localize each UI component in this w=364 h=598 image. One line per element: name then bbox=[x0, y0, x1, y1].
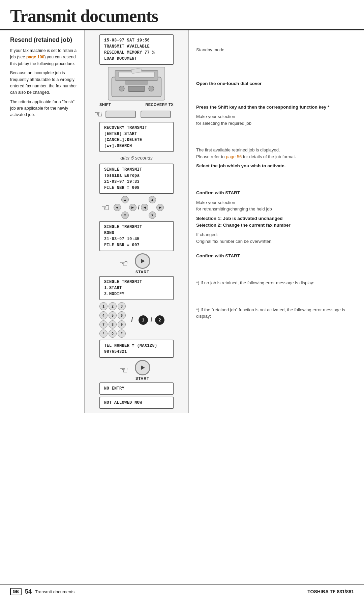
svg-marker-8 bbox=[141, 259, 145, 263]
start-label-1: START bbox=[135, 270, 149, 274]
lcd5-line3: 2.MODIFY bbox=[104, 291, 169, 297]
svg-rect-6 bbox=[128, 86, 145, 92]
num-btn-hash[interactable]: # bbox=[118, 330, 126, 338]
arrow-keys-row: ☞ ▲ ◀ ▶ ▼ / ▲ bbox=[88, 196, 185, 219]
lcd-standby: 15-03-97 SAT 19:56 TRANSMIT AVAILABLE RE… bbox=[99, 34, 174, 65]
right-column: Standby mode Open the one-touch dial cov… bbox=[189, 30, 364, 413]
lcd1-line4: LOAD DOCUMENT bbox=[104, 56, 169, 62]
left-para-3: The criteria applicable for a "fresh" jo… bbox=[10, 99, 78, 118]
footer-badge: GB bbox=[10, 588, 22, 595]
arrow-pad-2: ▲ ◀ ▶ ▼ bbox=[141, 196, 164, 219]
right-make-selection-2: Make your selectionfor retransmitting/ch… bbox=[196, 199, 358, 212]
arrow-up-2[interactable]: ▲ bbox=[149, 196, 156, 203]
arrow-empty-2tl bbox=[141, 196, 148, 203]
svg-rect-3 bbox=[125, 80, 148, 84]
footer-section-title: Transmit documents bbox=[35, 589, 74, 594]
right-if-changed: If changed:Original fax number can be ov… bbox=[196, 231, 358, 245]
arrow-up-1[interactable]: ▲ bbox=[121, 196, 129, 203]
arrow-left-1[interactable]: ◀ bbox=[114, 204, 121, 211]
arrow-down-1[interactable]: ▼ bbox=[121, 211, 129, 219]
lcd1-line1: 15-03-97 SAT 19:56 bbox=[104, 37, 169, 44]
hand-icon-4: ☞ bbox=[120, 365, 128, 376]
right-selection-1-2: Selection 1: Job is activated unchangedS… bbox=[196, 215, 358, 229]
lcd6-line2: 987654321 bbox=[104, 349, 169, 355]
lcd4-line4: FILE NBR = 007 bbox=[104, 242, 169, 248]
hand-pointer-1: ☞ bbox=[94, 109, 169, 120]
start-label-2: START bbox=[135, 376, 149, 380]
lcd-no-entry: NO ENTRY bbox=[99, 382, 174, 395]
arrow-center-1 bbox=[121, 204, 129, 211]
left-column: Resend (retained job) If your fax machin… bbox=[0, 30, 84, 413]
lcd-not-allowed: NOT ALLOWED NOW bbox=[99, 397, 174, 409]
num-btn-3[interactable]: 3 bbox=[118, 302, 126, 310]
fax-machine-image bbox=[108, 67, 165, 101]
start-button-1[interactable] bbox=[135, 253, 150, 269]
num-btn-8[interactable]: 8 bbox=[109, 320, 117, 329]
start-button-2-wrap: START bbox=[135, 360, 150, 380]
num-btn-large-2[interactable]: 2 bbox=[155, 315, 164, 325]
arrow-right-2[interactable]: ▶ bbox=[156, 204, 164, 211]
num-btn-0[interactable]: 0 bbox=[109, 330, 117, 338]
lcd5-line1: SINGLE TRANSMIT bbox=[104, 279, 169, 285]
arrow-empty-2tr bbox=[156, 196, 164, 203]
lcd-single-transmit-bond: SINGLE TRANSMIT BOND 21-03-97 19:45 FILE… bbox=[99, 221, 174, 251]
shift-label: SHIFT bbox=[99, 103, 111, 107]
arrow-right-1[interactable]: ▶ bbox=[129, 204, 136, 211]
arrow-empty-br bbox=[129, 211, 136, 219]
num-slash-2: / bbox=[151, 316, 153, 324]
center-column: 15-03-97 SAT 19:56 TRANSMIT AVAILABLE RE… bbox=[84, 30, 189, 413]
slash-1: / bbox=[138, 204, 140, 211]
svg-point-5 bbox=[149, 86, 154, 91]
key-labels-row: SHIFT RECOVERY TX bbox=[99, 103, 174, 107]
lcd-single-transmit-1: SINGLE TRANSMIT Toshiba Europa 21-03-97 … bbox=[99, 164, 174, 194]
hand-icon-2: ☞ bbox=[101, 202, 110, 213]
lcd2-line3: [CANCEL]:DELETE bbox=[104, 137, 169, 143]
right-footnote-1: *) If no job is retained, the following … bbox=[196, 280, 358, 286]
num-btn-9[interactable]: 9 bbox=[118, 320, 126, 329]
fax-machine-svg bbox=[109, 67, 164, 101]
arrow-empty-tl bbox=[114, 196, 121, 203]
right-press-shift: Press the Shift key and then the corresp… bbox=[196, 104, 358, 111]
lcd3-line4: FILE NBR = 008 bbox=[104, 185, 169, 191]
start-button-2[interactable] bbox=[135, 360, 150, 375]
num-btn-4[interactable]: 4 bbox=[99, 311, 108, 319]
right-footnote-2: *) If the "retained job" function is not… bbox=[196, 307, 358, 320]
num-btn-2[interactable]: 2 bbox=[109, 302, 117, 310]
arrow-left-2[interactable]: ◀ bbox=[141, 204, 148, 211]
arrow-empty-2bl bbox=[141, 211, 148, 219]
num-btn-1[interactable]: 1 bbox=[99, 302, 108, 310]
arrow-down-2[interactable]: ▼ bbox=[149, 211, 156, 219]
main-content: Resend (retained job) If your fax machin… bbox=[0, 30, 364, 413]
lcd5-line2: 1.START bbox=[104, 285, 169, 291]
num-btn-large-1[interactable]: 1 bbox=[139, 315, 148, 325]
shift-key-row: ☞ bbox=[88, 109, 185, 120]
right-first-available: The first available retained job is disp… bbox=[196, 147, 358, 160]
lcd3-line1: SINGLE TRANSMIT bbox=[104, 167, 169, 173]
num-btn-6[interactable]: 6 bbox=[118, 311, 126, 319]
lcd-recovery-menu: RECOVERY TRANSMIT [ENTER]:START [CANCEL]… bbox=[99, 122, 174, 152]
hand-icon-1: ☞ bbox=[94, 109, 103, 120]
lcd2-line2: [ENTER]:START bbox=[104, 131, 169, 137]
num-slash: / bbox=[131, 316, 133, 324]
shift-key[interactable] bbox=[105, 111, 136, 118]
lcd-single-transmit-menu: SINGLE TRANSMIT 1.START 2.MODIFY bbox=[99, 276, 174, 300]
recovery-tx-key[interactable] bbox=[141, 111, 171, 118]
lcd3-line3: 21-03-97 19:33 bbox=[104, 179, 169, 185]
lcd6-line1: TEL NUMBER = (MAX128) bbox=[104, 343, 169, 349]
right-confirm-start-1: Confirm with START bbox=[196, 190, 358, 196]
right-open-cover: Open the one-touch dial cover bbox=[196, 80, 358, 87]
num-btn-7[interactable]: 7 bbox=[99, 320, 108, 329]
right-confirm-start-2: Confirm with START bbox=[196, 253, 358, 259]
lcd7-line1: NO ENTRY bbox=[104, 386, 169, 392]
link-page56: page 56 bbox=[226, 154, 242, 159]
start-button-row-2: ☞ START bbox=[88, 360, 185, 380]
right-make-selection-1: Make your selectionfor selecting the req… bbox=[196, 113, 358, 126]
num-btn-5[interactable]: 5 bbox=[109, 311, 117, 319]
footer-page-number: 54 bbox=[25, 588, 32, 595]
start-icon-1 bbox=[139, 258, 146, 264]
arrow-center-2 bbox=[149, 204, 156, 211]
num-btn-star[interactable]: * bbox=[99, 330, 108, 338]
hand-icon-3: ☞ bbox=[120, 258, 128, 269]
lcd4-line1: SINGLE TRANSMIT bbox=[104, 224, 169, 230]
numpad-row: 1 2 3 4 5 6 7 8 9 * 0 # / 1 / 2 bbox=[99, 302, 174, 338]
